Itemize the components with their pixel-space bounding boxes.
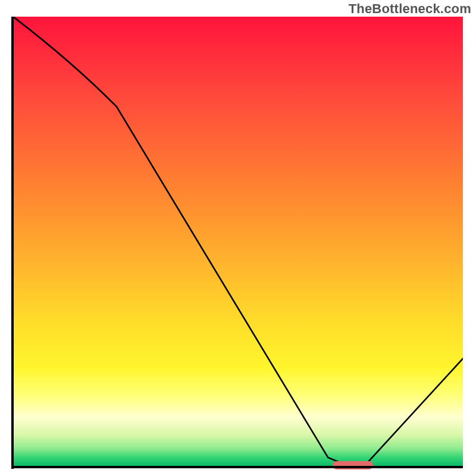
x-axis-line	[13, 466, 463, 468]
bottleneck-chart: TheBottleneck.com	[0, 0, 476, 476]
y-axis-line	[11, 17, 14, 469]
bottleneck-curve	[13, 17, 463, 466]
watermark-text: TheBottleneck.com	[349, 1, 471, 17]
